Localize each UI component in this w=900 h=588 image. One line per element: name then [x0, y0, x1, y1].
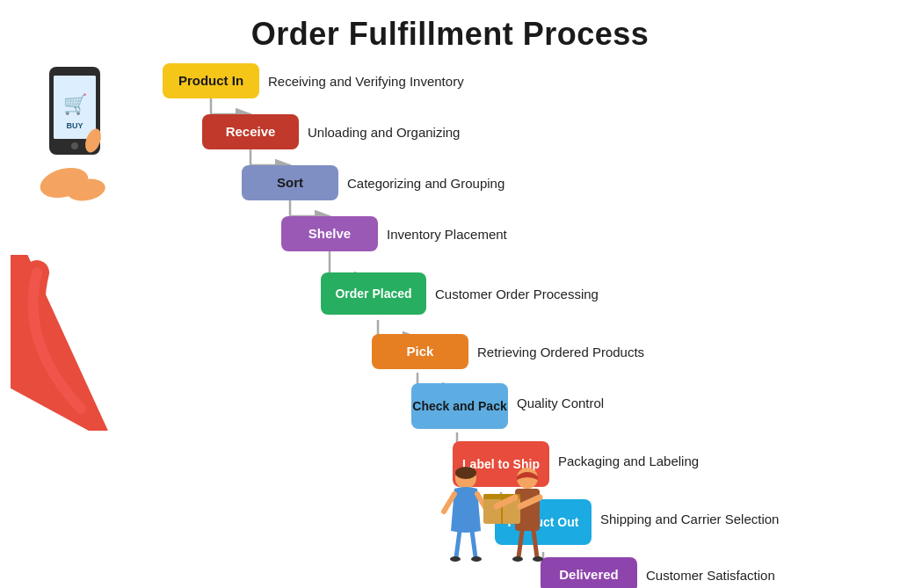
svg-point-5 — [71, 142, 78, 149]
phone-illustration: 🛒 BUY — [16, 60, 130, 200]
step-desc-delivered: Customer Satisfaction — [646, 568, 775, 583]
svg-line-27 — [533, 531, 537, 557]
step-desc-check-pack: Quality Control — [517, 396, 604, 410]
step-pick: Pick Retrieving Ordered Products — [372, 334, 644, 369]
step-desc-product-in: Receiving and Verifying Inventory — [268, 74, 464, 89]
step-desc-label-ship: Packaging and Labeling — [558, 454, 699, 468]
step-box-sort: Sort — [242, 165, 338, 200]
svg-text:🛒: 🛒 — [63, 92, 88, 116]
big-red-arrow — [11, 255, 204, 431]
step-desc-pick: Retrieving Ordered Products — [477, 345, 644, 359]
svg-point-28 — [512, 556, 523, 562]
step-box-pick: Pick — [372, 334, 468, 369]
step-check-pack: Check and Pack Quality Control — [411, 383, 604, 429]
step-desc-order-placed: Customer Order Processing — [435, 287, 599, 301]
svg-line-16 — [472, 531, 475, 557]
step-box-order-placed: Order Placed — [321, 272, 426, 315]
step-shelve: Shelve Inventory Placement — [281, 216, 507, 251]
delivery-illustration — [435, 461, 562, 570]
svg-point-12 — [455, 467, 476, 479]
step-box-check-pack: Check and Pack — [411, 383, 508, 429]
page-title: Order Fulfillment Process — [0, 0, 900, 53]
svg-point-29 — [533, 556, 543, 562]
step-product-in: Product In Receiving and Verifying Inven… — [163, 63, 464, 98]
svg-point-18 — [471, 556, 482, 562]
step-desc-sort: Categorizing and Grouping — [347, 176, 504, 191]
step-desc-product-out: Shipping and Carrier Selection — [600, 512, 779, 526]
step-box-shelve: Shelve — [281, 216, 378, 251]
svg-line-26 — [519, 531, 522, 557]
step-delivered: Delivered Customer Satisfaction — [541, 557, 775, 588]
step-box-product-in: Product In — [163, 63, 259, 98]
step-receive: Receive Unloading and Organizing — [202, 114, 460, 149]
step-order-placed: Order Placed Customer Order Processing — [321, 272, 599, 315]
step-sort: Sort Categorizing and Grouping — [242, 165, 504, 200]
svg-point-17 — [450, 556, 461, 562]
step-desc-receive: Unloading and Organizing — [308, 125, 460, 140]
step-desc-shelve: Inventory Placement — [387, 227, 507, 242]
svg-text:BUY: BUY — [66, 121, 83, 130]
step-box-receive: Receive — [202, 114, 299, 149]
svg-line-15 — [456, 531, 460, 557]
